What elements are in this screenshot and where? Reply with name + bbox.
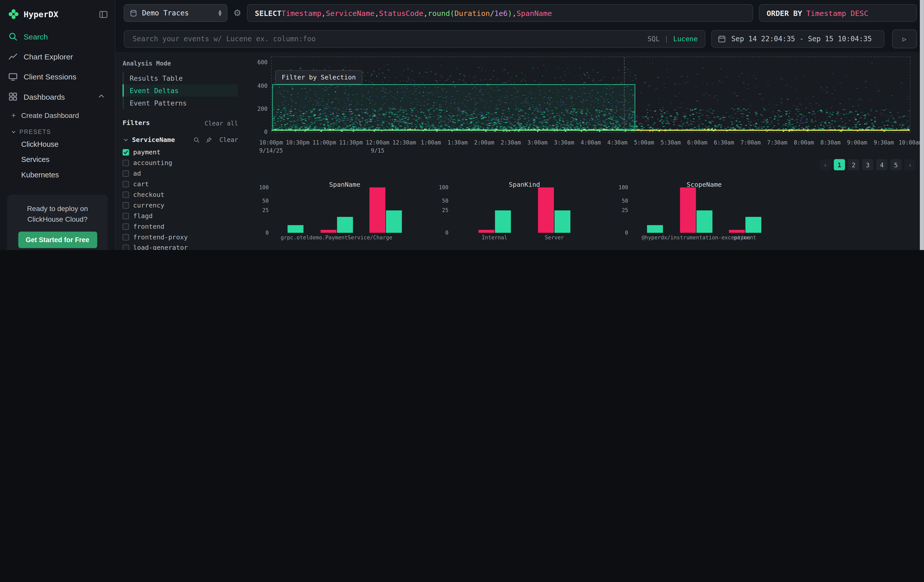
bar-green[interactable]	[386, 210, 402, 233]
bar-pink[interactable]	[729, 229, 745, 233]
timeline-xticks: 10:00pm10:30pm11:00pm11:30pm12:00am12:30…	[271, 139, 910, 146]
get-started-button[interactable]: Get Started for Free	[18, 232, 97, 248]
filter-option-checkout[interactable]: checkout	[122, 189, 238, 200]
clear-all-filters-button[interactable]: Clear all	[205, 119, 238, 127]
bar-pink[interactable]	[538, 188, 554, 233]
filter-clear-button[interactable]: Clear	[219, 136, 238, 143]
filter-option-flagd[interactable]: flagd	[122, 210, 238, 221]
selection-region[interactable]	[272, 84, 635, 131]
pagination-page-3[interactable]: 3	[862, 159, 873, 170]
filter-by-selection-button[interactable]: Filter by Selection	[275, 70, 362, 84]
source-select[interactable]: Demo Traces ▲▼	[124, 4, 228, 22]
gear-icon[interactable]: ⚙	[233, 8, 241, 18]
filter-option-load-generator[interactable]: load-generator	[122, 242, 238, 250]
bar-green[interactable]	[495, 210, 511, 233]
collapse-sidebar-icon[interactable]	[99, 10, 108, 18]
search-input[interactable]	[131, 34, 643, 43]
checkbox[interactable]	[122, 191, 129, 198]
preset-services[interactable]: Services	[0, 152, 115, 168]
chart-title: ResourceAttributes.host.name	[451, 250, 598, 250]
filter-option-cart[interactable]: cart	[122, 179, 238, 189]
bar-pink[interactable]	[370, 188, 385, 233]
filter-group-header[interactable]: ServiceNameClear	[122, 133, 238, 147]
timeline-xtick: 8:30am	[820, 139, 840, 146]
bar-green[interactable]	[554, 210, 571, 233]
filter-option-frontend[interactable]: frontend	[122, 221, 238, 232]
lucene-mode-toggle[interactable]: Lucene	[673, 35, 698, 43]
chart-ytick: 25	[245, 207, 269, 213]
sql-select-editor[interactable]: SELECT Timestamp, ServiceName, StatusCod…	[247, 4, 753, 22]
timeline-xtick: 2:30am	[501, 139, 521, 146]
filter-option-currency[interactable]: currency	[122, 200, 238, 211]
checkbox[interactable]	[122, 181, 129, 187]
timeline-xtick: 7:30am	[767, 139, 787, 146]
pagination-page-1[interactable]: 1	[834, 159, 845, 170]
checkbox[interactable]	[122, 160, 129, 166]
run-query-button[interactable]: ▷	[892, 30, 917, 48]
order-by-editor[interactable]: ORDER BY Timestamp DESC	[759, 4, 917, 22]
promo-line1: Ready to deploy on	[27, 204, 88, 213]
checkbox[interactable]	[122, 234, 129, 240]
bar-green[interactable]	[337, 217, 353, 233]
main-area: Demo Traces ▲▼ ⚙ SELECT Timestamp, Servi…	[116, 0, 924, 250]
chart-ytick: 100	[245, 185, 269, 190]
pagination-page-4[interactable]: 4	[876, 159, 887, 170]
time-range-picker[interactable]: Sep 14 22:04:35 - Sep 15 10:04:35	[711, 30, 884, 48]
timeline-xtick: 8:00am	[794, 139, 814, 146]
sql-mode-toggle[interactable]: SQL	[647, 35, 660, 43]
filter-option-accounting[interactable]: accounting	[122, 157, 238, 168]
bar-green[interactable]	[647, 225, 663, 233]
sessions-icon	[8, 72, 18, 81]
chart-cell-SpanKind: SpanKind10050250InternalServer	[425, 177, 604, 246]
bar-pink[interactable]	[320, 229, 336, 233]
sidebar-item-dashboards[interactable]: Dashboards	[0, 87, 115, 107]
chart-title: ScopeVersion	[271, 250, 418, 250]
sidebar-item-client-sessions[interactable]: Client Sessions	[0, 66, 115, 87]
content: Analysis Mode Results TableEvent DeltasE…	[116, 52, 924, 250]
bar-green[interactable]	[745, 217, 761, 233]
filter-search-icon[interactable]	[193, 137, 200, 143]
checkbox-checked[interactable]	[122, 149, 129, 155]
sidebar-item-chart-explorer[interactable]: Chart Explorer	[0, 46, 115, 66]
preset-clickhouse[interactable]: ClickHouse	[0, 137, 115, 152]
select-arrows-icon: ▲▼	[218, 9, 222, 16]
pagination-next[interactable]: ›	[904, 159, 916, 170]
bar-green[interactable]	[288, 225, 304, 233]
pin-icon[interactable]	[206, 137, 213, 143]
database-icon	[130, 9, 137, 17]
scrollbar-vertical[interactable]	[920, 0, 924, 250]
chart-ytick: 50	[425, 198, 448, 204]
timeline-xtick: 10:00am	[899, 139, 922, 146]
checkbox[interactable]	[122, 213, 129, 219]
sidebar-item-search[interactable]: Search	[0, 26, 115, 46]
chart-ytick: 0	[425, 230, 448, 236]
sql-token: 1e6	[494, 8, 508, 18]
filter-option-frontend-proxy[interactable]: frontend-proxy	[122, 232, 238, 242]
pagination-prev[interactable]: ‹	[820, 159, 831, 170]
checkbox[interactable]	[122, 202, 129, 208]
sql-token: ,	[375, 8, 379, 18]
pagination-page-2[interactable]: 2	[848, 159, 859, 170]
analysis-mode-event-patterns[interactable]: Event Patterns	[122, 97, 238, 109]
analysis-mode-results-table[interactable]: Results Table	[122, 72, 238, 84]
checkbox[interactable]	[122, 170, 129, 176]
bar-pink[interactable]	[478, 229, 494, 233]
source-select-value: Demo Traces	[142, 9, 214, 17]
bar-green[interactable]	[696, 210, 712, 233]
presets-header[interactable]: PRESETS	[0, 124, 115, 137]
search-box: SQL | Lucene	[124, 30, 705, 48]
bar-pink[interactable]	[680, 188, 696, 233]
preset-kubernetes[interactable]: Kubernetes	[0, 167, 115, 183]
analysis-mode-list: Results TableEvent DeltasEvent Patterns	[122, 72, 238, 109]
checkbox[interactable]	[122, 244, 129, 250]
analysis-mode-event-deltas[interactable]: Event Deltas	[122, 84, 238, 97]
create-dashboard-button[interactable]: + Create Dashboard	[0, 107, 115, 124]
chevron-up-icon	[97, 92, 107, 101]
checkbox[interactable]	[122, 223, 129, 230]
pagination-page-5[interactable]: 5	[890, 159, 901, 170]
filter-option-payment[interactable]: payment	[122, 147, 238, 157]
filter-option-ad[interactable]: ad	[122, 168, 238, 179]
timeline-xtick: 12:30am	[393, 139, 416, 146]
sql-token: ,	[423, 8, 428, 18]
chart-xtick: Server	[545, 234, 564, 241]
